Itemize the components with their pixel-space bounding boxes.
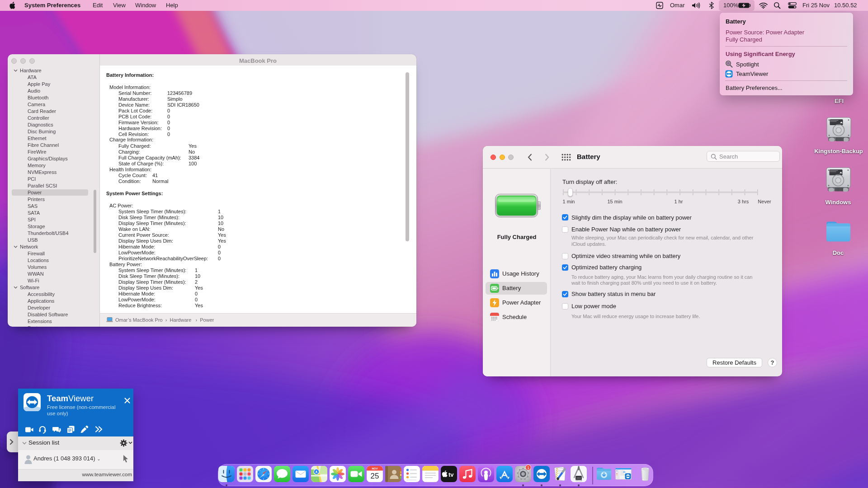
svg-text:25: 25: [371, 472, 379, 480]
svg-text:NOV: NOV: [372, 467, 377, 470]
svg-text:tv: tv: [448, 471, 454, 478]
svg-text:CMOS: CMOS: [576, 477, 581, 479]
